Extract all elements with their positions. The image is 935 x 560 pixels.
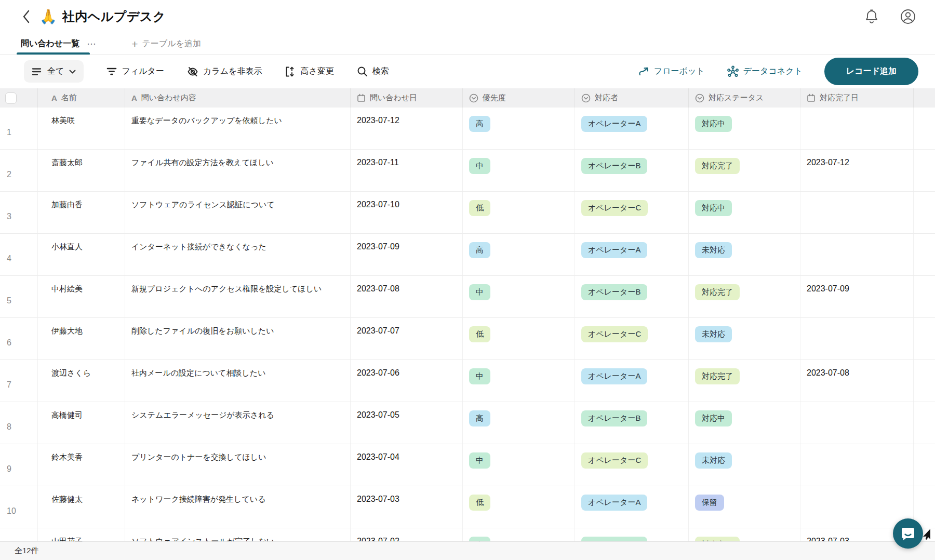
row-number-cell[interactable]: 1: [0, 108, 37, 149]
cell-content[interactable]: ソフトウェアのライセンス認証について: [125, 192, 350, 233]
cell-status[interactable]: 対応完了: [688, 150, 800, 191]
back-button[interactable]: [19, 9, 33, 24]
tab-inquiry-list[interactable]: 問い合わせ一覧 ⋯: [21, 33, 99, 54]
table-row[interactable]: 11 山田花子 ソフトウェアインストールが完了しない 2023-07-02 中 …: [0, 528, 935, 541]
table-row[interactable]: 10 佐藤健太 ネットワーク接続障害が発生している 2023-07-03 低 オ…: [0, 486, 935, 528]
cell-operator[interactable]: オペレーターA: [575, 486, 688, 528]
add-record-button[interactable]: レコード追加: [824, 58, 918, 85]
row-number-cell[interactable]: 2: [0, 150, 37, 191]
row-number-cell[interactable]: 5: [0, 276, 37, 317]
cell-name[interactable]: 鈴木美香: [37, 444, 125, 486]
table-row[interactable]: 9 鈴木美香 プリンターのトナーを交換してほしい 2023-07-04 中 オペ…: [0, 444, 935, 486]
cell-status[interactable]: 対応完了: [688, 276, 800, 317]
cell-status[interactable]: 未対応: [688, 234, 800, 275]
cell-status[interactable]: 対応中: [688, 108, 800, 149]
cell-name[interactable]: 加藤由香: [37, 192, 125, 233]
view-selector[interactable]: 全て: [24, 60, 84, 83]
cell-content[interactable]: 新規プロジェクトへのアクセス権限を設定してほしい: [125, 276, 350, 317]
cell-priority[interactable]: 低: [462, 318, 575, 359]
cell-completed-date[interactable]: [800, 108, 913, 149]
cell-inquiry-date[interactable]: 2023-07-12: [350, 108, 462, 149]
cell-inquiry-date[interactable]: 2023-07-08: [350, 276, 462, 317]
cell-status[interactable]: 対応完了: [688, 528, 800, 541]
hide-columns-button[interactable]: カラムを非表示: [187, 66, 262, 77]
cell-name[interactable]: 伊藤大地: [37, 318, 125, 359]
select-all-checkbox[interactable]: [5, 92, 17, 104]
cell-completed-date[interactable]: [800, 318, 913, 359]
cell-status[interactable]: 対応中: [688, 192, 800, 233]
row-number-cell[interactable]: 10: [0, 486, 37, 528]
cell-operator[interactable]: オペレーターB: [575, 528, 688, 541]
cell-status[interactable]: 対応完了: [688, 360, 800, 402]
cell-operator[interactable]: オペレーターC: [575, 318, 688, 359]
cell-content[interactable]: 社内メールの設定について相談したい: [125, 360, 350, 402]
cell-completed-date[interactable]: [800, 486, 913, 528]
column-header-name[interactable]: A 名前: [37, 88, 125, 108]
cell-operator[interactable]: オペレーターA: [575, 234, 688, 275]
cell-priority[interactable]: 低: [462, 192, 575, 233]
cell-inquiry-date[interactable]: 2023-07-10: [350, 192, 462, 233]
cell-status[interactable]: 未対応: [688, 318, 800, 359]
cell-completed-date[interactable]: [800, 444, 913, 486]
cell-name[interactable]: 高橋健司: [37, 402, 125, 444]
cell-operator[interactable]: オペレーターA: [575, 360, 688, 402]
row-number-cell[interactable]: 3: [0, 192, 37, 233]
cell-inquiry-date[interactable]: 2023-07-03: [350, 486, 462, 528]
add-table-button[interactable]: + テーブルを追加: [131, 38, 201, 49]
flowbot-button[interactable]: フローボット: [638, 66, 705, 77]
cell-operator[interactable]: オペレーターA: [575, 108, 688, 149]
table-row[interactable]: 4 小林直人 インターネット接続ができなくなった 2023-07-09 高 オペ…: [0, 234, 935, 276]
cell-operator[interactable]: オペレーターB: [575, 150, 688, 191]
column-header-content[interactable]: A 問い合わせ内容: [125, 88, 350, 108]
table-row[interactable]: 1 林美咲 重要なデータのバックアップを依頼したい 2023-07-12 高 オ…: [0, 108, 935, 150]
cell-completed-date[interactable]: [800, 402, 913, 444]
cell-content[interactable]: プリンターのトナーを交換してほしい: [125, 444, 350, 486]
cell-content[interactable]: ネットワーク接続障害が発生している: [125, 486, 350, 528]
cell-content[interactable]: システムエラーメッセージが表示される: [125, 402, 350, 444]
filter-button[interactable]: フィルター: [106, 66, 164, 77]
cell-inquiry-date[interactable]: 2023-07-02: [350, 528, 462, 541]
cell-inquiry-date[interactable]: 2023-07-04: [350, 444, 462, 486]
chat-launcher-button[interactable]: [893, 518, 923, 549]
table-row[interactable]: 7 渡辺さくら 社内メールの設定について相談したい 2023-07-06 中 オ…: [0, 360, 935, 402]
column-header-status[interactable]: 対応ステータス: [688, 88, 800, 108]
cell-completed-date[interactable]: 2023-07-09: [800, 276, 913, 317]
cell-content[interactable]: ソフトウェアインストールが完了しない: [125, 528, 350, 541]
cell-priority[interactable]: 中: [462, 276, 575, 317]
row-number-cell[interactable]: 11: [0, 528, 37, 541]
cell-content[interactable]: 削除したファイルの復旧をお願いしたい: [125, 318, 350, 359]
cell-name[interactable]: 中村絵美: [37, 276, 125, 317]
notifications-bell-icon[interactable]: [864, 9, 879, 24]
cell-operator[interactable]: オペレーターC: [575, 192, 688, 233]
tab-more-icon[interactable]: ⋯: [87, 38, 96, 49]
table-row[interactable]: 2 斎藤太郎 ファイル共有の設定方法を教えてほしい 2023-07-11 中 オ…: [0, 150, 935, 192]
cell-priority[interactable]: 中: [462, 150, 575, 191]
cell-operator[interactable]: オペレーターC: [575, 444, 688, 486]
data-connect-button[interactable]: データコネクト: [727, 65, 803, 78]
search-button[interactable]: 検索: [357, 66, 389, 77]
table-row[interactable]: 3 加藤由香 ソフトウェアのライセンス認証について 2023-07-10 低 オ…: [0, 192, 935, 234]
cell-priority[interactable]: 中: [462, 444, 575, 486]
cell-inquiry-date[interactable]: 2023-07-09: [350, 234, 462, 275]
cell-name[interactable]: 斎藤太郎: [37, 150, 125, 191]
cell-inquiry-date[interactable]: 2023-07-05: [350, 402, 462, 444]
cell-priority[interactable]: 中: [462, 528, 575, 541]
cell-name[interactable]: 佐藤健太: [37, 486, 125, 528]
cell-content[interactable]: ファイル共有の設定方法を教えてほしい: [125, 150, 350, 191]
cell-completed-date[interactable]: 2023-07-08: [800, 360, 913, 402]
column-header-operator[interactable]: 対応者: [575, 88, 688, 108]
row-number-cell[interactable]: 6: [0, 318, 37, 359]
column-header-completed-date[interactable]: 対応完了日: [800, 88, 913, 108]
cell-priority[interactable]: 高: [462, 108, 575, 149]
cell-priority[interactable]: 高: [462, 402, 575, 444]
cell-completed-date[interactable]: 2023-07-12: [800, 150, 913, 191]
cell-status[interactable]: 未対応: [688, 444, 800, 486]
cell-content[interactable]: インターネット接続ができなくなった: [125, 234, 350, 275]
cell-name[interactable]: 林美咲: [37, 108, 125, 149]
table-row[interactable]: 5 中村絵美 新規プロジェクトへのアクセス権限を設定してほしい 2023-07-…: [0, 276, 935, 318]
row-height-button[interactable]: 高さ変更: [285, 66, 333, 77]
cell-inquiry-date[interactable]: 2023-07-06: [350, 360, 462, 402]
cell-completed-date[interactable]: [800, 234, 913, 275]
row-number-cell[interactable]: 9: [0, 444, 37, 486]
cell-status[interactable]: 保留: [688, 486, 800, 528]
